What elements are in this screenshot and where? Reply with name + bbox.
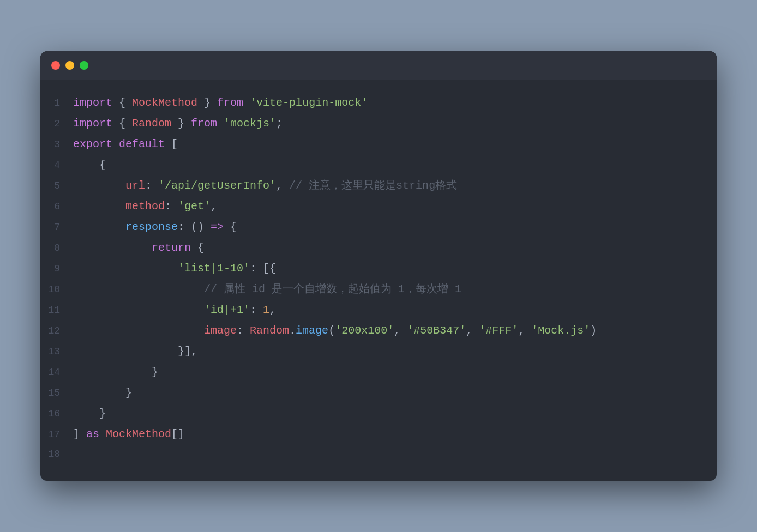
code-line: 14 } xyxy=(40,362,717,383)
line-content: ] as MockMethod[] xyxy=(73,425,717,444)
code-line: 11 'id|+1': 1, xyxy=(40,300,717,321)
code-line: 7 response: () => { xyxy=(40,217,717,238)
line-number: 12 xyxy=(40,323,73,340)
code-line: 1 import { MockMethod } from 'vite-plugi… xyxy=(40,93,717,113)
line-content: } xyxy=(73,384,717,402)
code-line: 6 method: 'get', xyxy=(40,196,717,217)
line-number: 10 xyxy=(40,281,73,298)
maximize-button[interactable] xyxy=(80,61,88,70)
code-line: 3 export default [ xyxy=(40,134,717,155)
line-content: }], xyxy=(73,342,717,361)
line-content: method: 'get', xyxy=(73,197,717,216)
line-number: 16 xyxy=(40,406,73,422)
line-number: 1 xyxy=(40,95,73,112)
line-content: { xyxy=(73,156,717,174)
titlebar xyxy=(40,51,717,80)
line-number: 17 xyxy=(40,426,73,443)
minimize-button[interactable] xyxy=(65,61,74,70)
line-content: // 属性 id 是一个自增数，起始值为 1，每次增 1 xyxy=(73,280,717,299)
code-line: 8 return { xyxy=(40,238,717,258)
line-number: 3 xyxy=(40,136,73,153)
line-number: 4 xyxy=(40,157,73,174)
code-line: 2 import { Random } from 'mockjs'; xyxy=(40,113,717,134)
line-number: 11 xyxy=(40,302,73,319)
line-content: url: '/api/getUserInfo', // 注意，这里只能是stri… xyxy=(73,177,717,195)
line-content: image: Random.image('200x100', '#50B347'… xyxy=(73,322,717,340)
code-editor: 1 import { MockMethod } from 'vite-plugi… xyxy=(40,80,717,481)
line-content: export default [ xyxy=(73,135,717,154)
line-content: import { Random } from 'mockjs'; xyxy=(73,114,717,133)
line-number: 14 xyxy=(40,364,73,381)
line-number: 15 xyxy=(40,385,73,402)
line-number: 2 xyxy=(40,116,73,132)
line-number: 9 xyxy=(40,261,73,277)
line-content: response: () => { xyxy=(73,218,717,237)
code-line: 17 ] as MockMethod[] xyxy=(40,424,717,445)
code-line: 10 // 属性 id 是一个自增数，起始值为 1，每次增 1 xyxy=(40,279,717,300)
line-number: 5 xyxy=(40,178,73,195)
line-number: 6 xyxy=(40,198,73,215)
line-content: } xyxy=(73,404,717,423)
line-number: 18 xyxy=(40,446,73,463)
line-content: 'list|1-10': [{ xyxy=(73,259,717,278)
line-content: } xyxy=(73,363,717,382)
code-line: 15 } xyxy=(40,383,717,403)
code-line: 9 'list|1-10': [{ xyxy=(40,258,717,279)
close-button[interactable] xyxy=(51,61,60,70)
code-line: 13 }], xyxy=(40,341,717,362)
line-number: 7 xyxy=(40,219,73,236)
code-line: 12 image: Random.image('200x100', '#50B3… xyxy=(40,321,717,341)
line-number: 13 xyxy=(40,343,73,360)
code-line: 4 { xyxy=(40,155,717,176)
code-window: 1 import { MockMethod } from 'vite-plugi… xyxy=(40,51,717,481)
line-content: return { xyxy=(73,239,717,257)
line-number: 8 xyxy=(40,240,73,257)
code-line: 18 xyxy=(40,445,717,464)
line-content: import { MockMethod } from 'vite-plugin-… xyxy=(73,94,717,112)
code-line: 5 url: '/api/getUserInfo', // 注意，这里只能是st… xyxy=(40,176,717,196)
code-line: 16 } xyxy=(40,403,717,424)
line-content: 'id|+1': 1, xyxy=(73,301,717,319)
